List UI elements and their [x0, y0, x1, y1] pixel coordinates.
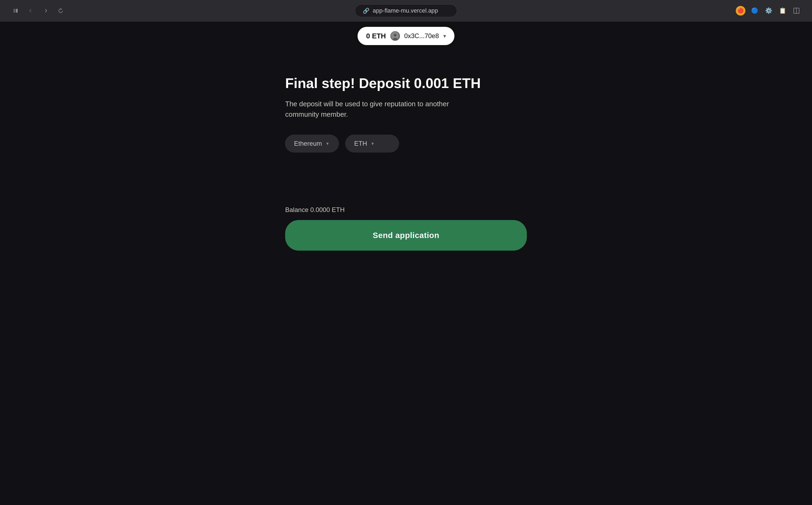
balance-text: Balance 0.0000 ETH — [285, 206, 527, 214]
address-bar[interactable]: 🔗 app-flame-mu.vercel.app — [355, 4, 457, 17]
url-text: app-flame-mu.vercel.app — [373, 7, 438, 14]
currency-chevron-icon: ▾ — [371, 141, 374, 147]
svg-rect-0 — [13, 9, 15, 13]
page-description: The deposit will be used to give reputat… — [285, 99, 479, 120]
sidebar-toggle-button[interactable] — [11, 6, 20, 16]
wallet-chevron-icon: ▾ — [443, 33, 446, 39]
network-dropdown-label: Ethereum — [294, 140, 322, 147]
extension-icon-2[interactable]: 🔵 — [750, 6, 759, 16]
browser-chrome: 🔗 app-flame-mu.vercel.app 🔴 🔵 ⚙️ 📋 — [0, 0, 812, 21]
dropdowns-row: Ethereum ▾ ETH ▾ — [285, 135, 527, 152]
currency-dropdown[interactable]: ETH ▾ — [345, 135, 399, 152]
main-content: 0 ETH 0x3C...70e8 ▾ Final step! Deposit … — [0, 21, 812, 505]
lock-icon: 🔗 — [363, 7, 370, 14]
back-button[interactable] — [26, 6, 35, 16]
split-view-button[interactable] — [792, 6, 801, 16]
wallet-eth-amount: 0 ETH — [366, 32, 386, 40]
browser-extensions: 🔴 🔵 ⚙️ 📋 — [736, 6, 801, 16]
extension-icon-4[interactable]: 📋 — [778, 6, 787, 16]
page-title: Final step! Deposit 0.001 ETH — [285, 75, 527, 91]
network-chevron-icon: ▾ — [326, 141, 329, 147]
wallet-avatar — [390, 31, 400, 41]
content-container: Final step! Deposit 0.001 ETH The deposi… — [285, 75, 527, 250]
forward-button[interactable] — [41, 6, 50, 16]
extension-icon-3[interactable]: ⚙️ — [764, 6, 773, 16]
svg-rect-1 — [16, 9, 18, 13]
network-dropdown[interactable]: Ethereum ▾ — [285, 135, 339, 152]
extension-icon-1[interactable]: 🔴 — [736, 6, 746, 16]
send-application-button[interactable]: Send application — [285, 220, 527, 250]
currency-dropdown-label: ETH — [354, 140, 367, 147]
wallet-pill[interactable]: 0 ETH 0x3C...70e8 ▾ — [358, 27, 454, 45]
wallet-address: 0x3C...70e8 — [404, 32, 439, 40]
refresh-button[interactable] — [56, 6, 65, 16]
svg-point-5 — [394, 34, 396, 36]
